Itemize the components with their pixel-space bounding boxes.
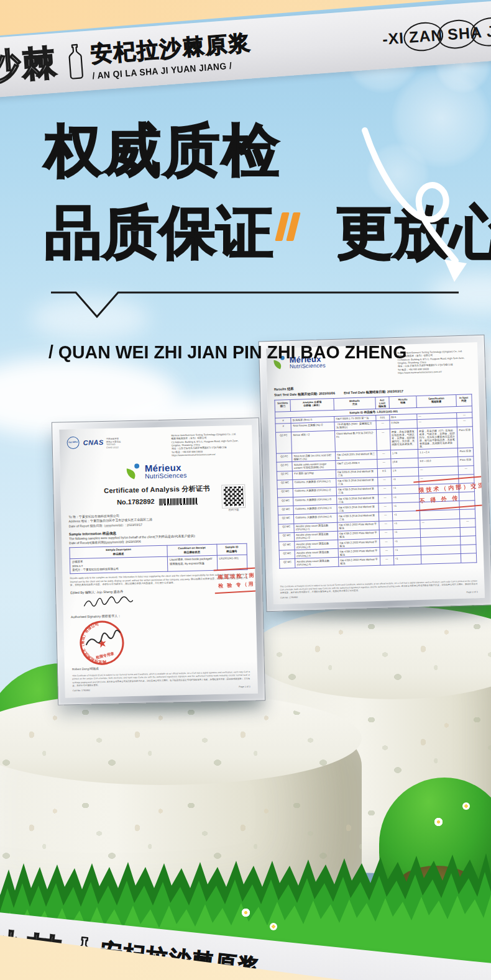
brand-right-mark: -XI ZAN SHA JI-: [382, 21, 491, 48]
headline-line2-part1: 品质保证: [45, 201, 273, 264]
col-specification: Specification 规格限量: [416, 395, 456, 408]
qr-code: [222, 485, 245, 508]
coa-number: CoA No. 1782892: [280, 596, 298, 599]
start-test-date: Start Test Date 检测开始日期: 2023/03/06: [274, 391, 335, 397]
bottle-icon: [65, 43, 86, 80]
merieux-leaf-icon: [126, 463, 143, 481]
stamp-caption: 检测专用章: [94, 651, 114, 660]
authorised-signatory-line: Authorised Signatory 授权签字人：: [71, 610, 249, 619]
coa-number: CoA No. 1782892: [73, 689, 90, 692]
certificate-page: ilac-MRA CNAS 中国合格评定国家认可委员会TESTINGCNAS L…: [59, 425, 258, 698]
qr-caption: 扫码下载: [223, 508, 245, 512]
col-sections: Sections 部门: [275, 400, 291, 412]
promo-poster: Mérieux NutriSciences Merieux NutriScien…: [0, 0, 491, 980]
nutrisciences-wordmark: NutriSciences: [145, 472, 187, 480]
col-in-spec: In Spec 判定: [456, 394, 472, 407]
certificate-frame-left: ilac-MRA CNAS 中国合格评定国家认可委员会TESTINGCNAS L…: [52, 417, 265, 705]
merieux-logo: Mérieux NutriSciences: [67, 461, 246, 482]
watermark-outline-text: 沙棘: [0, 39, 60, 91]
end-test-date: End Test Date 检测结束日期: 2023/03/17: [344, 389, 403, 396]
col-condition: Condition on Receipt 样品接收状态: [167, 545, 217, 557]
lab-address-block: Merieux NutriSciences Testing Technology…: [171, 433, 245, 458]
col-methods: Methods 方法: [334, 397, 375, 411]
sample-description-cell: 沙棘原浆9006.5 #委托方：宁夏安杞拉生物科技有限公司: [70, 556, 167, 574]
cnas-caption: 中国合格评定国家认可委员会TESTINGCNAS L0112: [106, 437, 121, 449]
certificate-number: No.1782892: [117, 497, 155, 507]
nutrisciences-wordmark: NutriSciences: [290, 363, 326, 370]
side-red-stamp: 梅里埃检（测）检 验 专（用）: [214, 567, 258, 594]
page-number: Page 2 of 3: [466, 591, 478, 594]
red-stamp: 限技术（内部）交流不 得 外 传: [413, 475, 485, 511]
quote-mark-icon: [278, 193, 301, 250]
ilac-mra-logo: ilac-MRA: [67, 437, 79, 449]
ellipse-outline: [469, 14, 491, 49]
certificate-frame-right: Mérieux NutriSciences Merieux NutriScien…: [259, 335, 491, 612]
footer-disclaimer: This Certificate of Analysis (CoA) is su…: [72, 671, 250, 687]
daisy-flower: [270, 923, 277, 930]
divider-line: [50, 291, 460, 323]
daisy-flower: [241, 908, 250, 917]
editor-signature: [81, 595, 135, 611]
lab-address-block: Merieux NutriSciences Testing Technology…: [397, 350, 471, 375]
daisy-flower: [462, 802, 470, 810]
daisy-flower: [434, 817, 443, 827]
col-acc-limit: Acc Limit 报告限: [375, 397, 390, 409]
headline-pinyin: / QUAN WEI ZHI JIAN PIN ZHI BAO ZHENG: [48, 342, 406, 363]
col-results: Results 结果: [389, 396, 417, 409]
col-sample-id: Sample ID 样品编号: [216, 544, 247, 556]
arrow-doodle-icon: [351, 124, 485, 301]
test-report-page: Mérieux NutriSciences Merieux NutriScien…: [266, 342, 485, 604]
col-analytes: Analytes 分析项 分析物（单位）: [290, 399, 334, 412]
barcode: [158, 497, 197, 505]
cnas-logo: CNAS: [83, 438, 104, 448]
company-round-stamp: 梅里埃检测技术（青岛）有限公司 ★ 检测专用章: [74, 615, 129, 671]
sample-condition-cell: Liquid/液体, Glass bottle packaged/玻璃瓶包装, …: [167, 556, 217, 572]
page-number: Page 1 of 3: [239, 686, 250, 689]
cnas-caption-line: CNAS L0112: [106, 446, 121, 449]
